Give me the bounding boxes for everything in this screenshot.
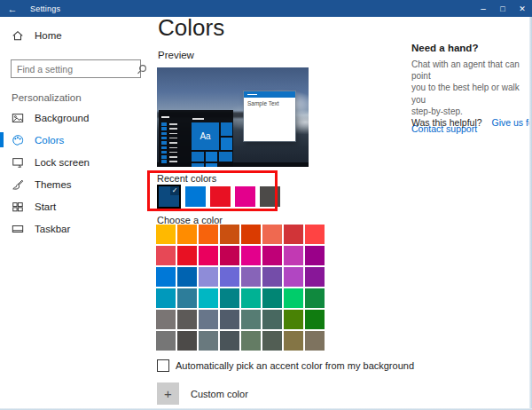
accent-color-swatch[interactable] <box>220 310 239 329</box>
accent-color-swatch[interactable] <box>241 310 261 329</box>
search-icon[interactable] <box>137 64 147 75</box>
preview-tile <box>219 152 232 162</box>
accent-color-swatch[interactable] <box>177 331 197 351</box>
accent-color-swatch[interactable] <box>177 310 197 329</box>
plus-icon[interactable]: + <box>157 382 179 405</box>
help-title: Need a hand? <box>411 43 523 53</box>
accent-color-swatch[interactable] <box>305 225 325 244</box>
accent-color-swatch[interactable] <box>156 288 176 308</box>
maximize-button[interactable]: □ <box>493 0 512 17</box>
accent-color-swatch[interactable] <box>284 288 303 308</box>
accent-color-swatch[interactable] <box>199 246 218 265</box>
help-body-line: you to the best help or walk you <box>411 82 523 105</box>
custom-color-button[interactable]: + Custom color <box>157 382 248 405</box>
accent-color-swatch[interactable] <box>241 225 261 244</box>
sidebar-item-taskbar[interactable]: Taskbar <box>0 217 151 240</box>
accent-color-swatch[interactable] <box>241 246 261 265</box>
theme-preview-image: Aa Sample Text <box>157 67 309 167</box>
accent-color-swatch[interactable] <box>199 310 218 329</box>
accent-color-swatch[interactable] <box>284 267 303 287</box>
recent-color-swatch[interactable] <box>210 186 231 207</box>
preview-start-menu: Aa <box>159 110 233 167</box>
accent-color-swatch[interactable] <box>220 225 239 244</box>
accent-color-swatch[interactable] <box>305 267 325 287</box>
accent-color-swatch[interactable] <box>284 225 303 244</box>
accent-color-swatch[interactable] <box>262 246 282 265</box>
accent-color-swatch[interactable] <box>199 267 218 287</box>
accent-color-swatch[interactable] <box>156 267 176 287</box>
sidebar-item-background[interactable]: Background <box>0 106 151 129</box>
background-icon <box>12 111 25 124</box>
custom-color-label: Custom color <box>191 389 248 399</box>
back-arrow-icon[interactable]: ← <box>0 4 25 14</box>
accent-color-swatch[interactable] <box>199 225 218 244</box>
window-title: Settings <box>30 4 60 13</box>
accent-color-swatch[interactable] <box>284 331 303 351</box>
preview-tile <box>206 152 217 162</box>
sidebar-item-home[interactable]: Home <box>0 24 151 46</box>
paintbrush-icon <box>12 177 25 191</box>
search-input[interactable] <box>12 64 137 75</box>
preview-label: Preview <box>158 50 194 60</box>
give-feedback-link[interactable]: Give us feedback <box>492 117 532 128</box>
search-box[interactable] <box>11 59 141 78</box>
accent-color-swatch[interactable] <box>156 310 176 329</box>
sidebar-item-lock-screen[interactable]: Lock screen <box>0 151 151 173</box>
auto-accent-checkbox-row[interactable]: Automatically pick an accent color from … <box>157 359 414 372</box>
sidebar-item-themes[interactable]: Themes <box>0 173 151 195</box>
section-personalization: Personalization <box>12 92 82 103</box>
accent-color-swatch[interactable] <box>305 288 325 308</box>
accent-color-swatch[interactable] <box>262 288 282 308</box>
accent-color-swatch[interactable] <box>262 267 282 287</box>
accent-color-swatch[interactable] <box>241 331 261 351</box>
accent-color-swatch[interactable] <box>241 267 261 287</box>
preview-tile <box>192 152 204 162</box>
accent-color-swatch[interactable] <box>156 225 176 244</box>
sidebar-item-colors[interactable]: Colors <box>0 129 151 151</box>
recent-color-swatch[interactable] <box>260 186 280 207</box>
feedback-row: Was this helpful? Give us feedback <box>411 117 532 128</box>
accent-color-swatch[interactable] <box>177 267 197 287</box>
was-helpful-label: Was this helpful? <box>411 117 482 128</box>
accent-color-swatch[interactable] <box>177 246 197 265</box>
recent-color-swatch[interactable]: ✓ <box>157 185 181 209</box>
accent-color-swatch[interactable] <box>177 288 197 308</box>
recent-color-swatch[interactable] <box>185 186 206 207</box>
recent-color-swatch[interactable] <box>235 186 255 207</box>
checkbox-label[interactable]: Automatically pick an accent color from … <box>176 360 414 371</box>
accent-color-swatch[interactable] <box>284 246 303 265</box>
accent-color-grid <box>156 225 325 351</box>
start-menu-rail-labels <box>169 123 177 162</box>
accent-color-swatch[interactable] <box>305 246 325 265</box>
accent-color-swatch[interactable] <box>305 331 325 351</box>
accent-color-swatch[interactable] <box>262 310 282 329</box>
preview-tile <box>221 138 232 151</box>
accent-color-swatch[interactable] <box>262 331 282 351</box>
accent-color-swatch[interactable] <box>199 288 218 308</box>
checkbox[interactable] <box>157 359 169 372</box>
hamburger-icon <box>161 116 169 118</box>
settings-window: ← Settings – □ ✕ Home Personaliza <box>0 0 532 410</box>
sidebar-item-label: Lock screen <box>35 157 90 168</box>
accent-color-swatch[interactable] <box>220 331 239 351</box>
accent-color-swatch[interactable] <box>305 310 325 329</box>
sidebar-nav: Background Colors <box>0 106 151 240</box>
accent-color-swatch[interactable] <box>284 310 303 329</box>
accent-color-swatch[interactable] <box>220 288 239 308</box>
close-button[interactable]: ✕ <box>512 0 532 17</box>
preview-accent-tile: Aa <box>192 122 219 150</box>
sidebar-item-label: Background <box>35 113 89 123</box>
minimize-button[interactable]: – <box>473 0 493 17</box>
accent-color-swatch[interactable] <box>199 331 218 351</box>
accent-color-swatch[interactable] <box>262 225 282 244</box>
preview-tile <box>192 163 204 167</box>
accent-color-swatch[interactable] <box>156 331 176 351</box>
accent-color-swatch[interactable] <box>156 246 176 265</box>
accent-color-swatch[interactable] <box>220 267 239 287</box>
accent-color-swatch[interactable] <box>177 225 197 244</box>
preview-tile <box>221 122 232 136</box>
accent-color-swatch[interactable] <box>241 288 261 308</box>
tile-sample-text: Aa <box>200 131 210 141</box>
accent-color-swatch[interactable] <box>220 246 239 265</box>
sidebar-item-start[interactable]: Start <box>0 195 151 217</box>
